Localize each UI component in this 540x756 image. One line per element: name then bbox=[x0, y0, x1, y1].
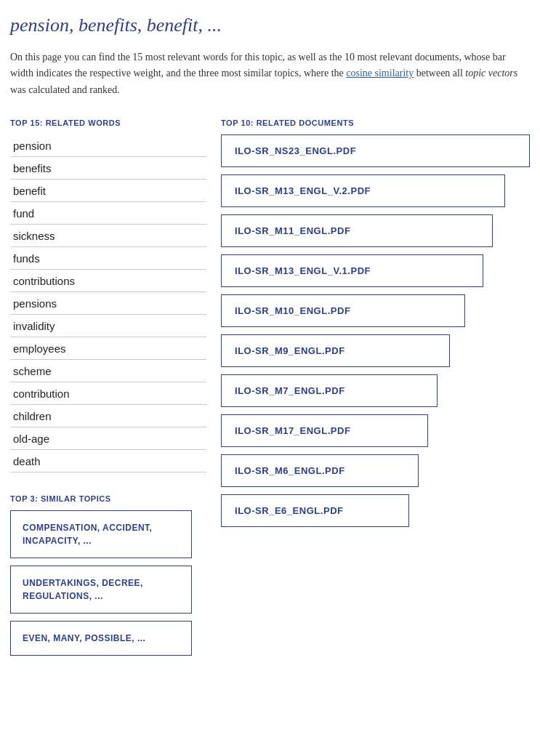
word-list-item: contribution bbox=[10, 382, 206, 405]
word-list-item: benefits bbox=[10, 157, 206, 180]
similar-topics-section: TOP 3: SIMILAR TOPICS COMPENSATION, ACCI… bbox=[10, 494, 206, 656]
similar-topic-button[interactable]: EVEN, MANY, POSSIBLE, ... bbox=[10, 621, 192, 656]
desc-end: was calculated and ranked. bbox=[10, 84, 120, 95]
word-list-item: scheme bbox=[10, 360, 206, 382]
word-list-item: fund bbox=[10, 202, 206, 225]
left-column: TOP 15: RELATED WORDS pensionbenefitsben… bbox=[10, 118, 206, 663]
topics-container: COMPENSATION, ACCIDENT, INCAPACITY, ...U… bbox=[10, 510, 206, 656]
similar-topic-button[interactable]: UNDERTAKINGS, DECREE, REGULATIONS, ... bbox=[10, 566, 192, 614]
docs-container: ILO-SR_NS23_ENGL.PDFILO-SR_M13_ENGL_V.2.… bbox=[221, 134, 530, 527]
word-list-item: pensions bbox=[10, 292, 206, 315]
related-words-label: TOP 15: RELATED WORDS bbox=[10, 118, 206, 127]
word-list-item: contributions bbox=[10, 270, 206, 292]
word-list-item: death bbox=[10, 450, 206, 472]
main-content: TOP 15: RELATED WORDS pensionbenefitsben… bbox=[10, 118, 530, 663]
document-button[interactable]: ILO-SR_NS23_ENGL.PDF bbox=[221, 134, 530, 167]
similar-topics-label: TOP 3: SIMILAR TOPICS bbox=[10, 494, 206, 503]
word-list-item: sickness bbox=[10, 225, 206, 247]
word-list-item: invalidity bbox=[10, 315, 206, 337]
document-button[interactable]: ILO-SR_M9_ENGL.PDF bbox=[221, 334, 450, 367]
word-list-item: pension bbox=[10, 134, 206, 157]
document-button[interactable]: ILO-SR_M10_ENGL.PDF bbox=[221, 294, 465, 327]
word-list-item: old-age bbox=[10, 427, 206, 450]
word-list-item: benefit bbox=[10, 180, 206, 202]
document-button[interactable]: ILO-SR_M11_ENGL.PDF bbox=[221, 214, 493, 247]
right-column: TOP 10: RELATED DOCUMENTS ILO-SR_NS23_EN… bbox=[221, 118, 530, 534]
word-list-item: employees bbox=[10, 337, 206, 360]
word-list-item: children bbox=[10, 405, 206, 427]
document-button[interactable]: ILO-SR_M17_ENGL.PDF bbox=[221, 414, 428, 447]
related-docs-label: TOP 10: RELATED DOCUMENTS bbox=[221, 118, 530, 127]
description-text: On this page you can find the 15 most re… bbox=[10, 49, 530, 98]
document-button[interactable]: ILO-SR_E6_ENGL.PDF bbox=[221, 494, 409, 527]
document-button[interactable]: ILO-SR_M6_ENGL.PDF bbox=[221, 454, 419, 487]
desc-italic: topic vectors bbox=[465, 68, 517, 79]
document-button[interactable]: ILO-SR_M13_ENGL_V.2.PDF bbox=[221, 174, 505, 207]
cosine-similarity-link[interactable]: cosine similarity bbox=[346, 68, 414, 79]
word-list: pensionbenefitsbenefitfundsicknessfundsc… bbox=[10, 134, 206, 472]
desc-after-link: between all bbox=[414, 68, 465, 79]
page-title: pension, benefits, benefit, ... bbox=[10, 15, 530, 36]
word-list-item: funds bbox=[10, 247, 206, 270]
document-button[interactable]: ILO-SR_M13_ENGL_V.1.PDF bbox=[221, 254, 483, 287]
document-button[interactable]: ILO-SR_M7_ENGL.PDF bbox=[221, 374, 438, 407]
similar-topic-button[interactable]: COMPENSATION, ACCIDENT, INCAPACITY, ... bbox=[10, 510, 192, 558]
